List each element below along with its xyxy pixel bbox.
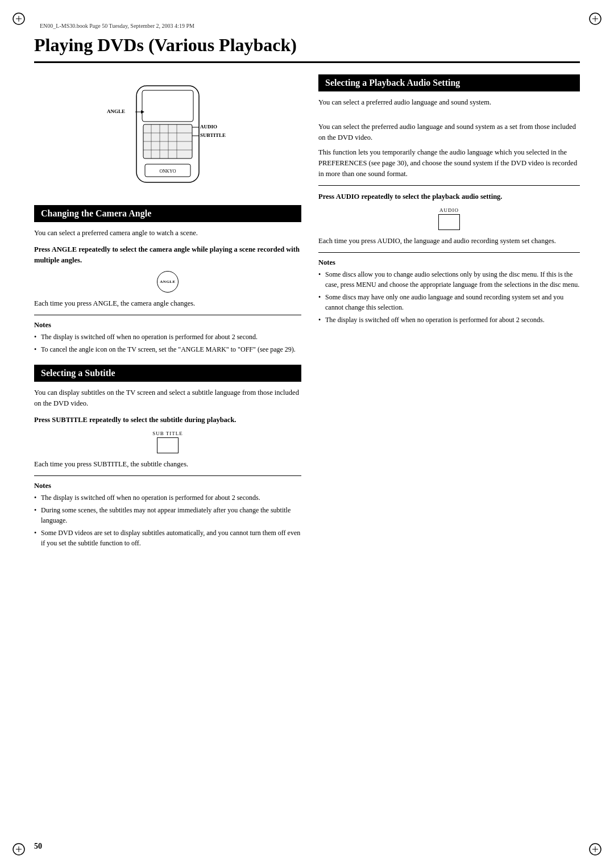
audio-press-instruction: Press AUDIO repeatedly to select the pla…: [318, 191, 580, 202]
note-item: To cancel the angle icon on the TV scree…: [34, 344, 301, 354]
camera-angle-each-time: Each time you press ANGLE, the camera an…: [34, 298, 301, 309]
camera-angle-notes: Notes The display is switched off when n…: [34, 321, 301, 354]
right-column: Selecting a Playback Audio Setting You c…: [318, 74, 580, 335]
audio-button-icon: [438, 214, 460, 230]
divider-right-1: [318, 185, 580, 186]
audio-notes-title: Notes: [318, 258, 580, 267]
svg-text:SUBTITLE: SUBTITLE: [200, 132, 226, 138]
camera-angle-notes-title: Notes: [34, 321, 301, 329]
corner-mark-br: [587, 841, 604, 858]
camera-angle-press-instruction: Press ANGLE repeatedly to select the cam…: [34, 244, 301, 266]
page: EN00_L-MS30.book Page 50 Tuesday, Septem…: [0, 0, 614, 868]
note-item: Some discs allow you to change audio sel…: [318, 269, 580, 290]
angle-button-icon: ANGLE: [157, 271, 179, 293]
page-number: 50: [34, 842, 42, 851]
audio-each-time: Each time you press AUDIO, the language …: [318, 236, 580, 247]
divider-right-2: [318, 252, 580, 253]
svg-text:ONKYO: ONKYO: [160, 169, 176, 174]
subtitle-button-icon: [157, 437, 179, 453]
divider-2: [34, 475, 301, 476]
section-heading-audio: Selecting a Playback Audio Setting: [318, 74, 580, 91]
audio-notes: Notes Some discs allow you to change aud…: [318, 258, 580, 325]
subtitle-notes: Notes The display is switched off when n…: [34, 482, 301, 548]
note-item: Some DVD videos are set to display subti…: [34, 528, 301, 548]
svg-rect-13: [142, 90, 193, 122]
audio-intro3: This function lets you temporarily chang…: [318, 147, 580, 179]
camera-angle-notes-list: The display is switched off when no oper…: [34, 332, 301, 354]
subtitle-press-instruction: Press SUBTITLE repeatedly to select the …: [34, 415, 301, 425]
page-header: EN00_L-MS30.book Page 50 Tuesday, Septem…: [34, 23, 580, 29]
section-camera-angle: Changing the Camera Angle You can select…: [34, 205, 301, 354]
svg-text:ANGLE: ANGLE: [107, 108, 125, 114]
angle-button-image: ANGLE: [34, 271, 301, 293]
subtitle-intro: You can display subtitles on the TV scre…: [34, 387, 301, 409]
note-item: Some discs may have only one audio langu…: [318, 292, 580, 312]
left-column: ONKYO ANGLE AUDIO SUBTITLE Changing the …: [34, 74, 301, 558]
section-heading-subtitle: Selecting a Subtitle: [34, 365, 301, 382]
audio-notes-list: Some discs allow you to change audio sel…: [318, 269, 580, 325]
section-heading-camera-angle: Changing the Camera Angle: [34, 205, 301, 222]
audio-intro1: You can select a preferred audio languag…: [318, 97, 580, 108]
note-item: During some scenes, the subtitles may no…: [34, 505, 301, 525]
subtitle-button-image: SUB TITLE: [34, 431, 301, 453]
audio-intro2: You can select the preferred audio langu…: [318, 122, 580, 143]
note-item: The display is switched off when no oper…: [34, 332, 301, 342]
divider-1: [34, 315, 301, 315]
note-item: The display is switched off when no oper…: [318, 315, 580, 325]
subtitle-each-time: Each time you press SUBTITLE, the subtit…: [34, 459, 301, 470]
corner-mark-tl: [10, 10, 27, 27]
page-title: Playing DVDs (Various Playback): [34, 35, 580, 63]
subtitle-notes-title: Notes: [34, 482, 301, 490]
corner-mark-bl: [10, 841, 27, 858]
content-area: ONKYO ANGLE AUDIO SUBTITLE Changing the …: [34, 74, 580, 558]
audio-button-label: AUDIO: [439, 207, 459, 213]
subtitle-notes-list: The display is switched off when no oper…: [34, 493, 301, 548]
camera-angle-intro: You can select a preferred camera angle …: [34, 228, 301, 239]
section-subtitle: Selecting a Subtitle You can display sub…: [34, 365, 301, 548]
corner-mark-tr: [587, 10, 604, 27]
note-item: The display is switched off when no oper…: [34, 493, 301, 503]
svg-text:AUDIO: AUDIO: [200, 124, 217, 130]
audio-button-image: AUDIO: [318, 207, 580, 230]
section-audio-setting: Selecting a Playback Audio Setting You c…: [318, 74, 580, 325]
remote-diagram: ONKYO ANGLE AUDIO SUBTITLE: [34, 80, 301, 194]
subtitle-button-label: SUB TITLE: [152, 431, 183, 436]
